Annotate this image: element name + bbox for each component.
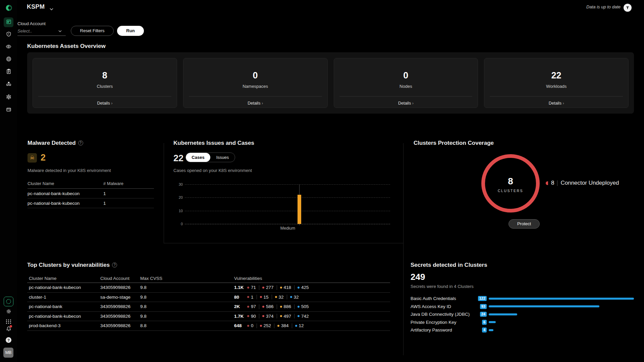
details-link[interactable]: Details › xyxy=(334,101,478,106)
sidebar-item-dashboard[interactable] xyxy=(4,17,13,27)
vuln-total: 80 xyxy=(234,295,244,300)
cloud-account-label: Cloud Account xyxy=(17,21,46,26)
tab-issues[interactable]: Issues xyxy=(210,153,235,162)
severity-count: 1 xyxy=(247,295,254,300)
table-header: Cluster Name Cloud Account Max CVSS Vuln… xyxy=(27,274,390,283)
divider xyxy=(490,96,623,97)
severity-dot-icon xyxy=(280,315,282,317)
severity-count: 586 xyxy=(262,304,274,309)
sidebar-item-settings[interactable] xyxy=(4,307,13,317)
asset-card: 0 Nodes Details › xyxy=(334,58,478,108)
x-tick xyxy=(299,224,300,225)
asset-value: 8 xyxy=(33,70,177,81)
severity-count: 742 xyxy=(298,314,309,319)
secret-bar xyxy=(489,305,599,307)
y-tick-label: 0 xyxy=(176,222,183,226)
cluster-name-cell: pc-national-bank xyxy=(29,304,100,309)
sidebar-item-inventory[interactable] xyxy=(4,79,13,89)
sidebar-item-threats[interactable] xyxy=(4,30,13,40)
sidebar-item-policies[interactable] xyxy=(4,55,13,64)
report-icon xyxy=(6,69,11,75)
severity-dot-icon xyxy=(247,315,249,317)
vulnerabilities-cell: 1.7K 90 374 497 742 xyxy=(234,314,390,319)
max-cvss-cell: 9.8 xyxy=(140,314,234,319)
cloud-account-select[interactable]: Select.. xyxy=(17,27,66,36)
cluster-name-cell: prod-backend-3 xyxy=(29,323,100,328)
asset-label: Workloads xyxy=(484,84,628,89)
settings-icon xyxy=(6,309,11,315)
sidebar-item-visibility[interactable] xyxy=(4,42,13,52)
chevron-right-icon: › xyxy=(412,101,414,106)
severity-dot-icon xyxy=(260,325,262,327)
chart-bar[interactable] xyxy=(298,195,301,224)
divider xyxy=(164,243,403,243)
severity-count: 384 xyxy=(277,323,289,328)
table-row[interactable]: prod-backend-3 343059098826 8.8 648 0 25… xyxy=(27,321,390,331)
details-link[interactable]: Details › xyxy=(484,101,628,106)
sidebar-item-copilot[interactable] xyxy=(4,297,13,306)
secret-row[interactable]: Java DB Connectivity (JDBC) 24 xyxy=(411,310,635,318)
tab-cases[interactable]: Cases xyxy=(186,153,210,162)
severity-count: 497 xyxy=(280,314,291,319)
reset-filters-button[interactable]: Reset Filters xyxy=(71,26,114,36)
sidebar-item-reports[interactable] xyxy=(4,67,13,77)
gridline: 0 xyxy=(185,224,390,224)
malware-table-rows: pc-national-bank-kubecon1pc-national-ban… xyxy=(28,189,154,208)
table-row[interactable]: pc-national-bank-kubecon1 xyxy=(28,189,154,198)
user-avatar[interactable]: MB xyxy=(3,348,13,358)
issues-cases-section: Kubernetes Issues and Cases 22 Cases Iss… xyxy=(173,140,397,146)
asset-value: 0 xyxy=(334,70,478,81)
secret-row[interactable]: AWS Access Key ID 93 xyxy=(411,303,635,311)
details-link[interactable]: Details › xyxy=(33,101,177,106)
secret-label: Private Encryption Key xyxy=(411,320,476,325)
legend-label: Connector Undeployed xyxy=(560,180,619,186)
sidebar-item-billing[interactable] xyxy=(4,105,13,115)
table-row[interactable]: pc-national-bank 343059098826 9.8 2K 97 … xyxy=(27,302,390,312)
help-icon[interactable]: ? xyxy=(112,262,117,267)
vulnerabilities-cell: 2K 97 586 886 505 xyxy=(234,304,390,309)
sidebar-item-attack-path[interactable] xyxy=(4,93,13,102)
cases-caption: Cases opened on your K8S environment xyxy=(173,168,252,173)
select-placeholder: Select.. xyxy=(17,28,32,34)
kspm-dashboard: ? MB KSPM Data is up to date Cloud Accou… xyxy=(0,0,644,362)
secrets-count: 249 xyxy=(411,272,425,282)
sidebar-item-help[interactable]: ? xyxy=(4,335,13,345)
secret-row[interactable]: Artifactory Password 4 xyxy=(411,326,635,334)
y-tick-label: 30 xyxy=(176,182,183,186)
severity-dot-icon xyxy=(262,315,264,317)
secret-label: AWS Access Key ID xyxy=(411,304,476,309)
help-icon[interactable]: ? xyxy=(78,140,83,145)
chevron-down-icon[interactable] xyxy=(50,6,53,12)
table-row[interactable]: pc-national-bank-kubecon1 xyxy=(28,198,154,208)
secret-row[interactable]: Private Encryption Key 6 xyxy=(411,318,635,326)
app-logo-icon[interactable] xyxy=(5,4,12,11)
secret-row[interactable]: Basic Auth Credentials 122 xyxy=(411,295,635,303)
gridline: 30 xyxy=(185,184,390,185)
protection-legend: 8 Connector Undeployed xyxy=(546,180,619,186)
details-link[interactable]: Details › xyxy=(183,101,327,106)
severity-dot-icon xyxy=(262,287,264,289)
divider xyxy=(259,314,259,318)
ring-label: CLUSTERS xyxy=(485,189,536,193)
legend-marker-icon xyxy=(546,181,548,185)
severity-count: 32 xyxy=(275,295,284,300)
dashboard-icon xyxy=(6,19,11,26)
table-row[interactable]: pc-national-bank-kubecon 343059098826 9.… xyxy=(27,283,390,293)
assets-cards: 8 Clusters Details › 0 Namespaces Detail… xyxy=(27,52,634,114)
divider xyxy=(292,323,292,328)
divider xyxy=(294,304,294,309)
divider xyxy=(257,295,257,299)
sidebar: ? MB xyxy=(0,0,17,362)
max-cvss-cell: 9.8 xyxy=(140,304,234,309)
secret-count-badge: 24 xyxy=(480,312,487,317)
table-row[interactable]: pc-national-bank-kubecon 343059098826 9.… xyxy=(27,312,390,321)
severity-dot-icon xyxy=(262,306,264,308)
filter-button[interactable] xyxy=(624,4,632,12)
severity-dot-icon xyxy=(290,296,292,298)
protection-section: Clusters Protection Coverage 8 CLUSTERS … xyxy=(414,140,635,146)
cluster-name-cell: cluster-1 xyxy=(29,295,100,300)
table-row[interactable]: cluster-1 sa-demo-stage 9.8 80 1 15 32 3… xyxy=(27,293,390,302)
run-button[interactable]: Run xyxy=(117,26,144,36)
protect-button[interactable]: Protect xyxy=(508,219,540,229)
sidebar-item-notifications[interactable] xyxy=(4,324,13,334)
